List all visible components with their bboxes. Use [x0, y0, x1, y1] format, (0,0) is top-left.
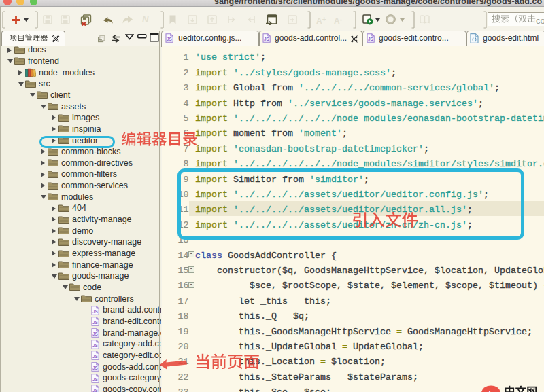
svg-text:JS: JS — [92, 354, 99, 359]
svg-text:JS: JS — [92, 388, 99, 392]
svg-text:JS: JS — [264, 37, 270, 41]
svg-text:JS: JS — [92, 309, 99, 314]
svg-text:JS: JS — [368, 37, 374, 41]
svg-text:JS: JS — [92, 366, 99, 370]
svg-text:JS: JS — [167, 37, 173, 41]
svg-text:JS: JS — [92, 332, 99, 336]
svg-text:php: php — [484, 389, 498, 392]
svg-text:JS: JS — [92, 343, 99, 348]
svg-text:JS: JS — [92, 320, 99, 325]
svg-text:JS: JS — [92, 377, 99, 382]
